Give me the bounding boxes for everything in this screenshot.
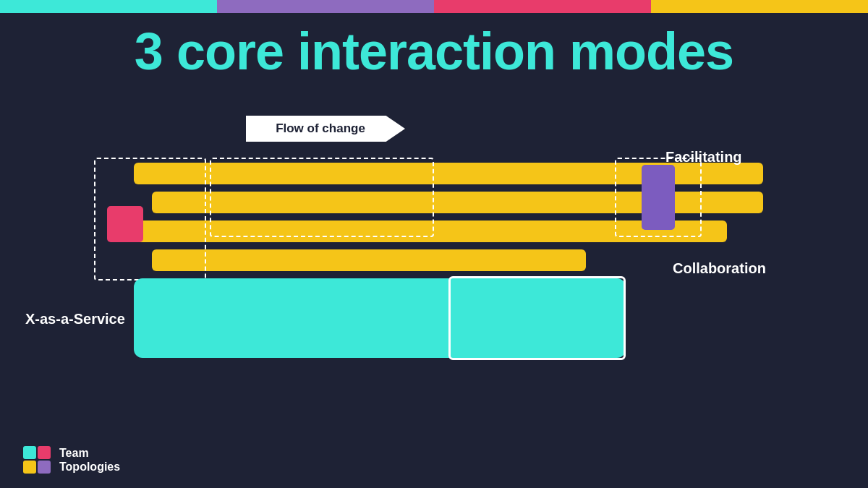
flow-arrow-body: Flow of change	[246, 116, 405, 142]
svg-rect-2	[23, 461, 36, 474]
flow-arrow-container: Flow of change	[246, 116, 405, 142]
label-xaas: X-as-a-Service	[25, 311, 125, 328]
logo-line2: Topologies	[59, 460, 120, 474]
label-collaboration: Collaboration	[673, 260, 766, 277]
svg-rect-1	[38, 446, 51, 459]
dashed-box-center	[210, 158, 434, 237]
svg-rect-3	[38, 461, 51, 474]
diagram-area: Flow of change Facilitating Collaboratio…	[94, 116, 832, 430]
purple-block-facilitating	[642, 165, 675, 230]
logo-icon	[22, 445, 52, 475]
page-title: 3 core interaction modes	[0, 23, 868, 80]
top-bar-yellow	[651, 0, 868, 13]
label-facilitating: Facilitating	[665, 149, 742, 166]
flow-arrow-label: Flow of change	[268, 121, 383, 136]
red-block-xaas	[107, 206, 143, 242]
top-color-bar	[0, 0, 868, 13]
logo-text: Team Topologies	[59, 446, 120, 474]
top-bar-red	[434, 0, 651, 13]
white-outline-collaboration	[448, 276, 626, 360]
yellow-bar-4	[152, 249, 586, 271]
logo-area: Team Topologies	[22, 445, 120, 475]
top-bar-teal	[0, 0, 217, 13]
top-bar-purple	[217, 0, 434, 13]
flow-arrow: Flow of change	[246, 116, 405, 142]
logo-line1: Team	[59, 446, 120, 460]
svg-rect-0	[23, 446, 36, 459]
